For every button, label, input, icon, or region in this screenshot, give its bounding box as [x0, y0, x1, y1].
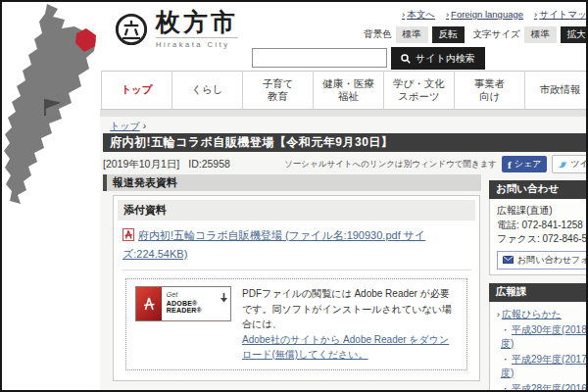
- facebook-icon: f: [508, 159, 512, 171]
- contact-phone: 電話: 072-841-1258: [497, 219, 588, 233]
- accessibility-toolbar: 背景色 標準 反転 文字サイズ 標準 拡大 音声読み上げ: [364, 26, 588, 43]
- hirakata-city-webpage: 枚方市 Hirakata City ›本文へ ›Foreign language…: [0, 0, 588, 392]
- utility-links: ›本文へ ›Foreign language ›サイトマップ: [402, 9, 588, 22]
- pdf-file-icon: [122, 228, 134, 246]
- badge-get-label: Get: [167, 291, 227, 298]
- sidebar: お問い合わせ 広報課(直通) 電話: 072-841-1258 ファクス: 07…: [489, 180, 588, 392]
- bg-invert-button[interactable]: 反転: [432, 26, 465, 43]
- sidebar-gap: [489, 275, 588, 283]
- contact-form-button[interactable]: お問い合わせフォーム: [497, 251, 588, 270]
- bg-color-label: 背景色: [364, 28, 392, 41]
- contact-department: 広報課(直通): [497, 204, 588, 219]
- twitter-bird-icon: [558, 160, 567, 169]
- nav-tab-top[interactable]: トップ: [102, 72, 172, 109]
- adobe-download-link[interactable]: Adobe社のサイトから Adobe Reader をダウンロード(無償)してく…: [242, 334, 449, 361]
- article-meta-row: [2019年10月1日] ID:25958 ソーシャルサイトへのリンクは別ウィン…: [103, 155, 588, 173]
- contact-box: 広報課(直通) 電話: 072-841-1258 ファクス: 072-846-5…: [489, 199, 588, 275]
- facebook-share-button[interactable]: f シェア: [502, 156, 547, 172]
- contact-fax: ファクス: 072-846-5341: [497, 232, 588, 247]
- sidebar-link-h28: ・平成28年度(2016年度): [497, 381, 588, 392]
- nav-tab-manabi-bunka-sports[interactable]: 学び・文化 スポーツ: [384, 72, 455, 109]
- link-foreign-language[interactable]: ›Foreign language: [446, 9, 523, 22]
- global-navigation: トップ くらし 子育て 教育 健康・医療 福祉 学び・文化 スポーツ 事業者 向…: [101, 71, 588, 110]
- twitter-share-button[interactable]: ツイート: [552, 155, 588, 173]
- page-title: 府内初!五輪コラボ自販機登場【令和元年9月30日】: [103, 133, 587, 152]
- osaka-prefecture-map: [2, 2, 102, 216]
- city-name: 枚方市: [156, 10, 238, 34]
- font-large-button[interactable]: 拡大: [561, 26, 588, 43]
- breadcrumb-separator: ›: [143, 121, 146, 131]
- sidebar-link-h30: ・平成30年度(2018年度): [497, 322, 588, 352]
- contact-section-heading: お問い合わせ: [489, 180, 588, 199]
- font-size-label: 文字サイズ: [473, 28, 520, 41]
- page-id: ID:25958: [188, 158, 230, 172]
- sidebar-link-koho-hirakata: ›広報ひらかた: [497, 307, 588, 322]
- get-adobe-reader-badge[interactable]: Get ADOBE® READER®: [135, 286, 231, 321]
- nav-tab-shisei-joho[interactable]: 市政情報: [525, 72, 588, 109]
- download-arrow-icon: [220, 290, 228, 308]
- adobe-acrobat-icon: [136, 287, 162, 320]
- breadcrumb: トップ›: [110, 120, 146, 133]
- search-icon: [401, 54, 411, 64]
- site-search-button[interactable]: サイト内検索: [391, 47, 485, 70]
- nav-bottom-band: [100, 109, 588, 117]
- site-search-input[interactable]: [252, 48, 387, 68]
- link-to-main-content[interactable]: ›本文へ: [402, 9, 435, 22]
- nav-tab-kosodate-kyoiku[interactable]: 子育て 教育: [243, 72, 314, 109]
- attachments-box: 添付資料 府内初!五輪コラボ自販機登場 (ファイル名:190930.pdf サイ…: [113, 195, 480, 381]
- nav-tab-jigyosha-muke[interactable]: 事業者 向け: [455, 72, 525, 109]
- site-logo[interactable]: 枚方市 Hirakata City: [114, 10, 238, 49]
- hirakata-city-emblem-icon: [114, 12, 149, 47]
- font-standard-button[interactable]: 標準: [524, 26, 557, 43]
- koho-links-box: ›広報ひらかた ・平成30年度(2018年度) ・平成29年度(2017年度) …: [489, 302, 588, 392]
- attachments-heading: 添付資料: [118, 200, 475, 220]
- adobe-reader-notice: Get ADOBE® READER® PDFファイルの閲覧には Adobe Re…: [125, 278, 467, 370]
- bg-standard-button[interactable]: 標準: [396, 26, 428, 43]
- attachment-divider: [122, 270, 471, 270]
- nav-tab-kenko-iryo-fukushi[interactable]: 健康・医療 福祉: [314, 72, 384, 109]
- adobe-reader-text: PDFファイルの閲覧には Adobe Reader が必要です。同ソフトがインス…: [242, 286, 458, 363]
- social-link-note: ソーシャルサイトへのリンクは別ウィンドウで開きます: [284, 159, 497, 171]
- badge-reader-label: ADOBE® READER®: [167, 300, 227, 314]
- press-release-heading: 報道発表資料: [103, 174, 481, 191]
- nav-tab-kurashi[interactable]: くらし: [172, 72, 243, 109]
- pdf-attachment-link[interactable]: 府内初!五輪コラボ自販機登場 (ファイル名:190930.pdf サイズ:224…: [122, 229, 425, 260]
- publish-date: [2019年10月1日]: [103, 158, 179, 172]
- breadcrumb-home-link[interactable]: トップ: [110, 121, 140, 131]
- city-name-english: Hirakata City: [156, 37, 238, 49]
- sidebar-link-h29: ・平成29年度(2017年度): [497, 352, 588, 381]
- envelope-icon: [503, 256, 514, 264]
- link-sitemap[interactable]: ›サイトマップ: [534, 9, 588, 22]
- koho-section-heading: 広報課: [489, 283, 588, 302]
- arrow: ›: [402, 9, 405, 20]
